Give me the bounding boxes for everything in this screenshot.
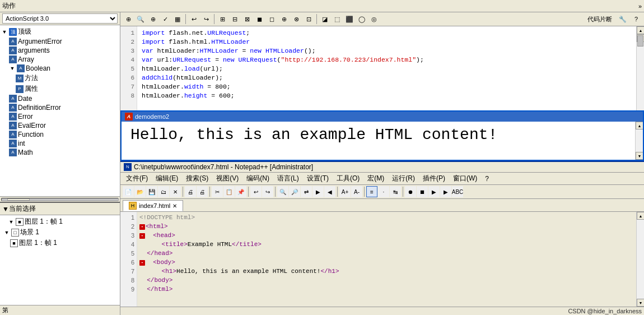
scroll-up-btn[interactable]: ▲ bbox=[637, 26, 644, 34]
wrench-btn[interactable]: 🔧 bbox=[617, 13, 628, 25]
toolbar-btn-9[interactable]: ◻ bbox=[266, 13, 277, 25]
toolbar-btn-17[interactable]: ◎ bbox=[368, 13, 380, 25]
list-item[interactable]: A Date bbox=[0, 94, 120, 103]
np-indent-btn[interactable]: ↹ bbox=[390, 186, 401, 197]
list-item[interactable]: A ArgumentError bbox=[0, 37, 120, 46]
list-item[interactable]: ▼ ■ 图层 1：帧 1 bbox=[0, 216, 120, 227]
np-zoom-out-btn[interactable]: A- bbox=[351, 186, 362, 197]
menu-file[interactable]: 文件(F) bbox=[123, 173, 151, 184]
toolbar-btn-5[interactable]: ⊞ bbox=[217, 13, 228, 25]
toolbar-btn-7[interactable]: ⊠ bbox=[241, 13, 253, 25]
np-undo-btn[interactable]: ↩ bbox=[250, 186, 262, 197]
scroll-thumb[interactable] bbox=[637, 35, 643, 47]
toolbar-btn-3[interactable]: ⊕ bbox=[147, 13, 158, 25]
np-abc-btn[interactable]: ABC bbox=[452, 186, 463, 197]
np-save-all-btn[interactable]: 🗂 bbox=[158, 186, 169, 197]
menu-plugins[interactable]: 插件(P) bbox=[419, 173, 449, 184]
menu-window[interactable]: 窗口(W) bbox=[450, 173, 480, 184]
list-item[interactable]: A Math bbox=[0, 148, 120, 157]
watermark: CSDN @hide_in_darkness bbox=[568, 308, 642, 314]
np-new-btn[interactable]: 📄 bbox=[123, 186, 134, 197]
toolbar-btn-undo[interactable]: ↩ bbox=[188, 13, 199, 25]
np-find-btn[interactable]: 🔍 bbox=[277, 186, 288, 197]
notepad-scrollbar[interactable]: ▲ ▼ bbox=[636, 212, 644, 307]
list-item[interactable]: P 属性 bbox=[0, 84, 120, 94]
np-macro-btn[interactable]: ⏺ bbox=[405, 186, 416, 197]
menu-help[interactable]: ? bbox=[482, 174, 492, 183]
menu-run[interactable]: 运行(R) bbox=[389, 173, 418, 184]
toolbar-btn-12[interactable]: ⊡ bbox=[303, 13, 314, 25]
np-findprev-btn[interactable]: ◀ bbox=[324, 186, 335, 197]
tab-close-btn[interactable]: ✕ bbox=[172, 203, 177, 209]
menu-view[interactable]: 视图(V) bbox=[213, 173, 242, 184]
np-macro3-btn[interactable]: ▶ bbox=[428, 186, 440, 197]
np-find2-btn[interactable]: 🔎 bbox=[289, 186, 300, 197]
np-zoom-in-btn[interactable]: A+ bbox=[339, 186, 351, 197]
np-close-btn[interactable]: ✕ bbox=[170, 186, 181, 197]
menu-edit[interactable]: 编辑(E) bbox=[152, 173, 181, 184]
toolbar-btn-redo[interactable]: ↪ bbox=[200, 13, 212, 25]
toolbar-btn-11[interactable]: ⊗ bbox=[291, 13, 302, 25]
scroll-thumb[interactable] bbox=[7, 198, 30, 201]
preview-scrollbar[interactable]: ▲ ▼ bbox=[635, 122, 643, 160]
np-macro2-btn[interactable]: ⏹ bbox=[417, 186, 428, 197]
menu-tools[interactable]: 工具(O) bbox=[333, 173, 363, 184]
np-findnext-btn[interactable]: ▶ bbox=[312, 186, 324, 197]
np-print2-btn[interactable]: 🖨 bbox=[197, 186, 208, 197]
preview-scroll-down[interactable]: ▼ bbox=[636, 152, 643, 160]
np-copy-btn[interactable]: 📋 bbox=[223, 186, 235, 197]
menu-language[interactable]: 语言(L) bbox=[274, 173, 302, 184]
toolbar-btn-check[interactable]: ✓ bbox=[160, 13, 171, 25]
horizontal-scrollbar[interactable] bbox=[0, 196, 120, 202]
menu-search[interactable]: 搜索(S) bbox=[183, 173, 212, 184]
list-item[interactable]: A int bbox=[0, 139, 120, 148]
code-snippet-btn[interactable]: 代码片断 bbox=[585, 13, 615, 25]
toolbar-btn-1[interactable]: ⊕ bbox=[123, 13, 134, 25]
tree-root-item[interactable]: ▼ 顶 顶级 bbox=[0, 26, 120, 37]
toolbar-btn-8[interactable]: ◼ bbox=[254, 13, 265, 25]
np-cut-btn[interactable]: ✂ bbox=[212, 186, 223, 197]
preview-scroll-up[interactable]: ▲ bbox=[636, 122, 643, 129]
toolbar-btn-15[interactable]: ⬛ bbox=[344, 13, 355, 25]
list-item[interactable]: ▼ □ 场景 1 bbox=[0, 227, 120, 238]
list-item[interactable]: ▼ A Boolean bbox=[0, 64, 120, 73]
np-run-btn[interactable]: ▶ bbox=[440, 186, 451, 197]
np-open-btn[interactable]: 📂 bbox=[134, 186, 146, 197]
vertical-scrollbar[interactable]: ▲ ▼ bbox=[636, 26, 644, 110]
list-item[interactable]: A EvalError bbox=[0, 121, 120, 130]
np-scroll-up[interactable]: ▲ bbox=[637, 212, 644, 220]
list-item[interactable]: A DefinitionError bbox=[0, 103, 120, 112]
actionscript-version-select[interactable]: ActionScript 3.0 bbox=[2, 13, 118, 24]
toolbar-btn-14[interactable]: ⬚ bbox=[332, 13, 343, 25]
toolbar-btn-grid[interactable]: ▦ bbox=[172, 13, 183, 25]
menu-settings[interactable]: 设置(T) bbox=[304, 173, 332, 184]
np-wordwrap-btn[interactable]: ≡ bbox=[366, 186, 377, 197]
list-item[interactable]: A Function bbox=[0, 130, 120, 139]
toolbar-btn-16[interactable]: ◯ bbox=[356, 13, 367, 25]
np-save-btn[interactable]: 💾 bbox=[146, 186, 157, 197]
panel-expand-btn[interactable]: » bbox=[638, 3, 642, 10]
np-scroll-down[interactable]: ▼ bbox=[637, 299, 644, 307]
actionscript-dropdown[interactable]: ActionScript 3.0 bbox=[2, 13, 118, 24]
np-whitespace-btn[interactable]: · bbox=[378, 186, 389, 197]
menu-macro[interactable]: 宏(M) bbox=[364, 173, 388, 184]
np-print-btn[interactable]: 🖨 bbox=[185, 186, 196, 197]
np-redo-btn[interactable]: ↪ bbox=[262, 186, 273, 197]
np-paste-btn[interactable]: 📌 bbox=[235, 186, 246, 197]
scroll-track[interactable] bbox=[1, 198, 119, 201]
toolbar-btn-13[interactable]: ◪ bbox=[319, 13, 330, 25]
list-item[interactable]: A Error bbox=[0, 112, 120, 121]
toolbar-btn-search[interactable]: 🔍 bbox=[135, 13, 146, 25]
np-replace-btn[interactable]: ⇄ bbox=[301, 186, 312, 197]
list-item[interactable]: ■ 图层 1：帧 1 bbox=[0, 238, 120, 248]
toolbar-btn-10[interactable]: ⊕ bbox=[278, 13, 290, 25]
help-btn[interactable]: ? bbox=[631, 13, 642, 25]
toolbar-btn-6[interactable]: ⊟ bbox=[229, 13, 240, 25]
menu-encoding[interactable]: 编码(N) bbox=[243, 173, 273, 184]
code-content[interactable]: import flash.net.URLRequest; import flas… bbox=[137, 26, 636, 110]
list-item[interactable]: A arguments bbox=[0, 46, 120, 55]
list-item[interactable]: M 方法 bbox=[0, 73, 120, 84]
notepad-code-content[interactable]: <!DOCTYPE html> -<html> - <head> <title>… bbox=[137, 212, 636, 307]
list-item[interactable]: A Array bbox=[0, 55, 120, 64]
tab-index7[interactable]: H index7.html ✕ bbox=[123, 200, 183, 211]
